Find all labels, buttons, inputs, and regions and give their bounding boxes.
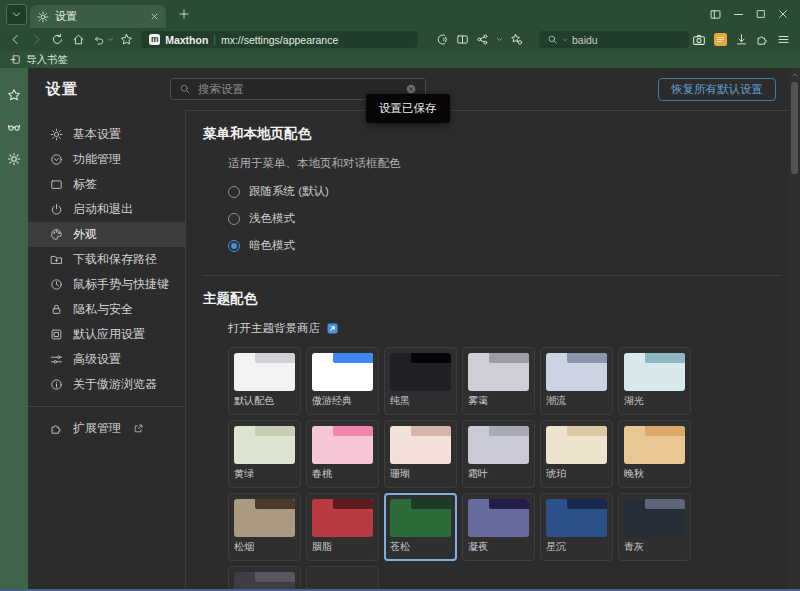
extensions-icon[interactable]	[756, 33, 769, 46]
address-bar[interactable]: m Maxthon | mx://settings/appearance	[141, 31, 418, 48]
radio-label: 跟随系统 (默认)	[249, 184, 329, 199]
restore-defaults-button[interactable]: 恢复所有默认设置	[658, 78, 776, 101]
workspace-icon[interactable]	[709, 8, 722, 21]
menu-colors-options: 跟随系统 (默认)浅色模式暗色模式	[228, 178, 789, 259]
theme-card-16[interactable]: 星沉	[540, 493, 613, 561]
sidebar-item-1[interactable]: 功能管理	[28, 147, 185, 172]
theme-swatch	[468, 499, 529, 537]
import-bookmark-label[interactable]: 导入书签	[26, 53, 68, 67]
reader-mode-icon[interactable]	[436, 33, 449, 46]
theme-card-15[interactable]: 凝夜	[462, 493, 535, 561]
browser-window: 设置 m Maxthon | mx://settings/appearance	[0, 0, 800, 591]
color-mode-option-0[interactable]: 跟随系统 (默认)	[228, 178, 789, 205]
theme-swatch	[390, 426, 451, 464]
reload-button[interactable]	[49, 31, 67, 49]
theme-card-5[interactable]: 湖光	[618, 347, 691, 415]
close-icon[interactable]	[777, 8, 789, 21]
theme-card-12[interactable]: 松烟	[228, 493, 301, 561]
favorites-panel-icon[interactable]	[7, 88, 21, 102]
radio-unchecked[interactable]	[228, 186, 240, 198]
theme-store-link[interactable]: 打开主题背景商店	[228, 321, 320, 336]
open-store-icon[interactable]	[326, 322, 339, 335]
themes-heading: 主题配色	[203, 290, 789, 308]
color-mode-option-1[interactable]: 浅色模式	[228, 205, 789, 232]
theme-card-17[interactable]: 青灰	[618, 493, 691, 561]
theme-card-7[interactable]: 春桃	[306, 420, 379, 488]
scrollbar[interactable]	[789, 68, 800, 589]
main-content: 菜单和本地页配色 适用于菜单、本地页和对话框配色 跟随系统 (默认)浅色模式暗色…	[185, 110, 789, 589]
theme-card-10[interactable]: 琥珀	[540, 420, 613, 488]
theme-name: 青灰	[624, 541, 685, 553]
color-mode-option-2[interactable]: 暗色模式	[228, 232, 789, 259]
chevron-down-icon	[11, 9, 22, 20]
sidebar-item-8[interactable]: 默认应用设置	[28, 322, 185, 347]
settings-panel-icon[interactable]	[7, 152, 21, 166]
theme-card-14[interactable]: 苍松	[384, 493, 457, 561]
settings-page: 设置 搜索设置 恢复所有默认设置 设置已保存 基本设置功能管理标签启动和退出外观…	[28, 68, 800, 589]
sidebar-item-10[interactable]: 关于傲游浏览器	[28, 372, 185, 397]
share-icon[interactable]	[476, 33, 489, 46]
theme-swatch	[546, 353, 607, 391]
theme-card-11[interactable]: 晚秋	[618, 420, 691, 488]
titlebar: 设置	[0, 0, 800, 28]
minimize-icon[interactable]	[732, 8, 745, 21]
menu-icon[interactable]	[777, 33, 790, 46]
sidebar-item-extensions[interactable]: 扩展管理	[28, 416, 185, 441]
theme-swatch-strip	[333, 499, 373, 509]
sidebar-item-9[interactable]: 高级设置	[28, 347, 185, 372]
home-button[interactable]	[70, 31, 88, 49]
sidebar-item-7[interactable]: 隐私与安全	[28, 297, 185, 322]
share-caret-icon[interactable]	[496, 36, 503, 43]
tab-settings[interactable]: 设置	[30, 5, 166, 28]
sidebar-item-2[interactable]: 标签	[28, 172, 185, 197]
theme-card-3[interactable]: 雾霭	[462, 347, 535, 415]
scrollbar-thumb[interactable]	[791, 82, 798, 174]
undo-button[interactable]	[90, 31, 108, 49]
undo-icon	[93, 34, 105, 46]
sidebar-item-0[interactable]: 基本设置	[28, 122, 185, 147]
side-strip	[0, 68, 28, 589]
favorites-manager-icon[interactable]	[510, 33, 523, 46]
tab-close-icon[interactable]	[150, 12, 159, 21]
tab-list-button[interactable]	[6, 4, 27, 25]
new-tab-button[interactable]	[178, 8, 190, 20]
favorite-button[interactable]	[117, 31, 135, 49]
screenshot-icon[interactable]	[692, 33, 706, 47]
radio-checked[interactable]	[228, 240, 240, 252]
passkeeper-icon[interactable]	[7, 120, 21, 134]
maximize-icon[interactable]	[755, 8, 767, 21]
theme-card-4[interactable]: 潮流	[540, 347, 613, 415]
sidebar-item-3[interactable]: 启动和退出	[28, 197, 185, 222]
radio-unchecked[interactable]	[228, 213, 240, 225]
toolbar-right-icons	[692, 33, 793, 47]
search-engine-caret-icon[interactable]	[562, 37, 568, 43]
theme-swatch	[468, 353, 529, 391]
back-button[interactable]	[7, 31, 25, 49]
theme-card-1[interactable]: 傲游经典	[306, 347, 379, 415]
forward-button[interactable]	[28, 31, 46, 49]
undo-caret-icon[interactable]	[107, 36, 114, 43]
theme-card-8[interactable]: 珊瑚	[384, 420, 457, 488]
theme-swatch	[234, 499, 295, 537]
sidebar-item-label: 扩展管理	[73, 420, 121, 437]
theme-swatch-strip	[255, 499, 295, 509]
theme-card-13[interactable]: 胭脂	[306, 493, 379, 561]
page-title: 设置	[46, 80, 78, 99]
bookmark-bar: 导入书签	[0, 51, 800, 68]
scroll-up-icon[interactable]	[791, 71, 799, 79]
add-theme-button[interactable]	[306, 566, 379, 589]
sidebar-item-5[interactable]: 下载和保存路径	[28, 247, 185, 272]
quick-search-box[interactable]: baidu	[539, 31, 689, 48]
theme-card-6[interactable]: 黄绿	[228, 420, 301, 488]
theme-card-9[interactable]: 霜叶	[462, 420, 535, 488]
theme-card-18[interactable]: 暗夜	[228, 566, 301, 589]
menu-colors-description: 适用于菜单、本地页和对话框配色	[228, 156, 789, 171]
sidebar-item-6[interactable]: 鼠标手势与快捷键	[28, 272, 185, 297]
download-icon[interactable]	[735, 33, 748, 46]
theme-card-2[interactable]: 纯黑	[384, 347, 457, 415]
sidebar-item-4[interactable]: 外观	[28, 222, 185, 247]
theme-card-0[interactable]: 默认配色	[228, 347, 301, 415]
notes-icon[interactable]	[714, 33, 727, 46]
split-screen-icon[interactable]	[456, 33, 469, 46]
theme-name: 凝夜	[468, 541, 529, 553]
